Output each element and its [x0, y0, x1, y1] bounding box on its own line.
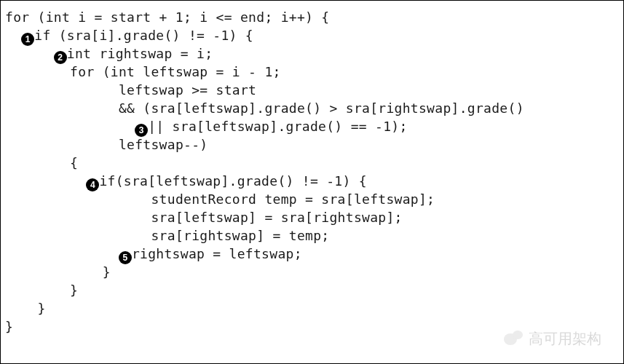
- code-text: }: [70, 282, 78, 298]
- code-text: if (sra[i].grade() != -1) {: [34, 28, 253, 43]
- callout-bullet-2: 2: [54, 47, 67, 60]
- code-text: leftswap >= start: [119, 82, 256, 98]
- code-text: for (int i = start + 1; i <= end; i++) {: [5, 9, 329, 25]
- code-line: leftswap >= start: [5, 81, 623, 99]
- code-text: }: [103, 264, 111, 280]
- code-frame: { "code": { "lines": [ { "indent": 0, "b…: [0, 0, 624, 364]
- code-text: sra[rightswap] = temp;: [151, 228, 329, 243]
- code-line: studentRecord temp = sra[leftswap];: [5, 190, 623, 208]
- code-line: && (sra[leftswap].grade() > sra[rightswa…: [5, 99, 623, 117]
- code-line: 5rightswap = leftswap;: [5, 245, 623, 263]
- code-line: for (int i = start + 1; i <= end; i++) {: [5, 8, 623, 26]
- code-line: leftswap--): [5, 135, 623, 154]
- code-text: for (int leftswap = i - 1;: [70, 64, 281, 79]
- code-line: 4if(sra[leftswap].grade() != -1) {: [5, 172, 623, 190]
- code-text: && (sra[leftswap].grade() > sra[rightswa…: [119, 100, 524, 116]
- code-text: {: [70, 155, 78, 170]
- code-line: sra[leftswap] = sra[rightswap];: [5, 208, 623, 226]
- code-line: {: [5, 154, 623, 172]
- code-text: int rightswap = i;: [67, 46, 213, 61]
- code-text: || sra[leftswap].grade() == -1);: [148, 119, 407, 134]
- code-line: sra[rightswap] = temp;: [5, 226, 623, 245]
- code-text: }: [38, 301, 46, 316]
- code-text: leftswap--): [119, 137, 208, 152]
- code-text: sra[leftswap] = sra[rightswap];: [151, 210, 402, 225]
- code-text: rightswap = leftswap;: [132, 246, 302, 261]
- callout-bullet-1: 1: [21, 28, 34, 41]
- callout-bullet-4: 4: [86, 174, 99, 187]
- code-line: }: [5, 299, 623, 317]
- code-line: }: [5, 281, 623, 299]
- code-line: 1if (sra[i].grade() != -1) {: [5, 26, 623, 44]
- code-line: }: [5, 263, 623, 281]
- code-line: for (int leftswap = i - 1;: [5, 63, 623, 81]
- code-text: studentRecord temp = sra[leftswap];: [151, 191, 435, 207]
- code-line: 3|| sra[leftswap].grade() == -1);: [5, 117, 623, 135]
- code-line: 2int rightswap = i;: [5, 44, 623, 63]
- callout-bullet-5: 5: [119, 247, 132, 260]
- callout-bullet-3: 3: [135, 119, 148, 132]
- code-block: for (int i = start + 1; i <= end; i++) {…: [5, 8, 623, 336]
- code-line: }: [5, 317, 623, 336]
- code-text: }: [5, 319, 13, 334]
- code-text: if(sra[leftswap].grade() != -1) {: [99, 173, 367, 189]
